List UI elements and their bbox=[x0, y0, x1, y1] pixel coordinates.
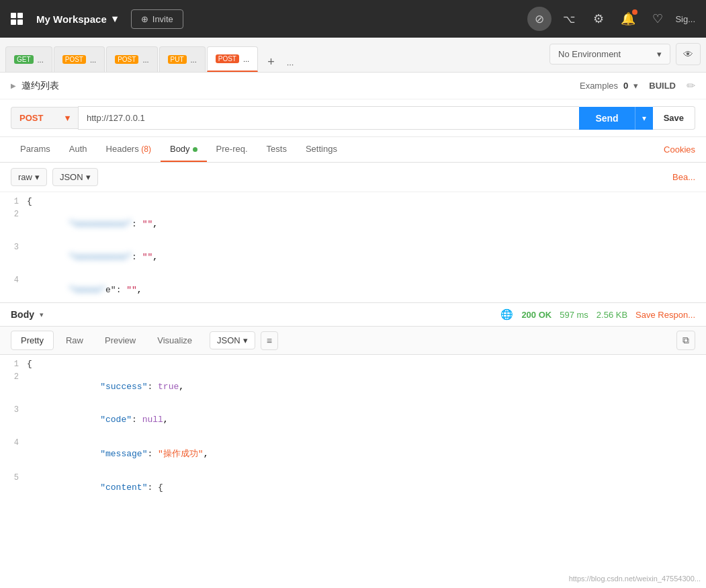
examples-label: Examples bbox=[580, 81, 618, 91]
tab-4-name: ... bbox=[191, 56, 197, 64]
response-body-label: Body bbox=[11, 309, 34, 320]
resp-format-label: JSON bbox=[217, 335, 240, 345]
grid-icon bbox=[11, 13, 23, 25]
tab-4[interactable]: PUT ... bbox=[159, 46, 206, 72]
resp-line-1: 1 { bbox=[0, 358, 706, 370]
breadcrumb-arrow: ▶ bbox=[11, 82, 16, 89]
url-input[interactable] bbox=[78, 106, 579, 130]
env-chevron: ▾ bbox=[657, 49, 662, 59]
request-body-editor[interactable]: 1 { 2 "xxxxxxxxxx": "", 3 "xxxxxxxxxx": … bbox=[0, 192, 706, 303]
gear-icon-button[interactable]: ⚙ bbox=[586, 7, 611, 31]
nav-icons: ⊘ ⌥ ⚙ 🔔 ♡ Sig... bbox=[527, 7, 695, 31]
copy-icon: ⧉ bbox=[682, 335, 689, 345]
tab-2-method-badge: POST bbox=[62, 55, 86, 64]
method-chevron: ▾ bbox=[65, 113, 70, 123]
req-line-2: 2 "xxxxxxxxxx": "", bbox=[0, 208, 706, 241]
tab-3[interactable]: POST ... bbox=[106, 46, 157, 72]
headset-icon: ⌥ bbox=[563, 13, 575, 26]
send-button-group: Send ▾ bbox=[579, 107, 652, 130]
examples-chevron[interactable]: ▾ bbox=[633, 81, 638, 91]
raw-selector[interactable]: raw ▾ bbox=[11, 168, 47, 186]
copy-button[interactable]: ⧉ bbox=[676, 331, 695, 350]
notification-dot bbox=[632, 9, 637, 15]
tab-4-method-badge: PUT bbox=[168, 55, 187, 64]
response-body-chevron[interactable]: ▾ bbox=[40, 310, 44, 319]
bell-icon-button[interactable]: 🔔 bbox=[616, 7, 640, 31]
resp-tab-pretty[interactable]: Pretty bbox=[11, 331, 54, 350]
resp-line-4: 4 "message": "操作成功", bbox=[0, 436, 706, 471]
build-button[interactable]: BUILD bbox=[644, 78, 681, 93]
resp-tab-raw[interactable]: Raw bbox=[56, 331, 93, 349]
json-label: JSON bbox=[60, 172, 83, 182]
cookies-link[interactable]: Cookies bbox=[664, 144, 695, 155]
top-navigation: My Workspace ▾ ⊕ Invite ⊘ ⌥ ⚙ 🔔 ♡ Sig... bbox=[0, 0, 706, 38]
tab-2-name: ... bbox=[90, 56, 96, 64]
send-dropdown-button[interactable]: ▾ bbox=[635, 107, 653, 130]
sign-label: Sig... bbox=[675, 14, 695, 24]
tab-auth[interactable]: Auth bbox=[60, 137, 97, 162]
workspace-button[interactable]: My Workspace ▾ bbox=[31, 9, 123, 29]
json-format-selector[interactable]: JSON ▾ bbox=[52, 168, 98, 186]
invite-icon: ⊕ bbox=[141, 14, 148, 24]
request-tabs: Params Auth Headers (8) Body Pre-req. Te… bbox=[0, 137, 706, 163]
method-selector[interactable]: POST ▾ bbox=[11, 107, 78, 129]
tab-params[interactable]: Params bbox=[11, 137, 60, 162]
tab-3-method-badge: POST bbox=[115, 55, 138, 64]
response-time: 597 ms bbox=[560, 310, 588, 320]
save-button[interactable]: Save bbox=[653, 106, 695, 130]
beautify-link[interactable]: Bea... bbox=[672, 172, 695, 182]
tab-1-name: ... bbox=[38, 56, 44, 64]
more-tabs-button[interactable]: ··· bbox=[281, 56, 300, 72]
send-button[interactable]: Send bbox=[579, 107, 634, 130]
globe-icon: 🌐 bbox=[500, 308, 513, 321]
tab-1-method-badge: GET bbox=[14, 55, 34, 64]
tab-body[interactable]: Body bbox=[161, 137, 207, 162]
response-status: 200 OK bbox=[521, 310, 551, 320]
resp-line-5: 5 "content": { bbox=[0, 471, 706, 504]
tab-headers[interactable]: Headers (8) bbox=[97, 137, 161, 162]
invite-label: Invite bbox=[152, 14, 173, 24]
req-line-1: 1 { bbox=[0, 195, 706, 208]
resp-tab-visualize[interactable]: Visualize bbox=[148, 331, 202, 349]
add-tab-button[interactable]: + bbox=[262, 52, 280, 72]
edit-icon-button[interactable]: ✏ bbox=[687, 79, 695, 92]
response-size: 2.56 KB bbox=[597, 310, 627, 320]
eye-icon: 👁 bbox=[683, 48, 693, 60]
save-response-button[interactable]: Save Respon... bbox=[635, 310, 695, 320]
word-wrap-button[interactable]: ≡ bbox=[261, 331, 278, 350]
environment-selector[interactable]: No Environment ▾ bbox=[549, 44, 670, 65]
resp-line-3: 3 "code": null, bbox=[0, 403, 706, 436]
tab-1[interactable]: GET ... bbox=[5, 46, 52, 72]
resp-format-selector[interactable]: JSON ▾ bbox=[210, 331, 255, 349]
no-sync-icon-button[interactable]: ⊘ bbox=[527, 7, 551, 31]
method-url-row: POST ▾ Send ▾ Save bbox=[0, 99, 706, 137]
main-area: No Environment ▾ 👁 GET ... POST ... POST… bbox=[0, 38, 706, 588]
env-eye-button[interactable]: 👁 bbox=[676, 43, 701, 65]
tab-5-method-badge: POST bbox=[216, 54, 239, 63]
sign-button[interactable]: Sig... bbox=[675, 14, 695, 24]
heart-icon: ♡ bbox=[652, 11, 663, 26]
tab-3-name: ... bbox=[142, 56, 148, 64]
req-line-4: 4 "xxxxx"e": "", bbox=[0, 274, 706, 303]
headset-icon-button[interactable]: ⌥ bbox=[557, 7, 581, 31]
tab-5-name: ... bbox=[243, 55, 249, 63]
response-meta: 🌐 200 OK 597 ms 2.56 KB Save Respon... bbox=[500, 308, 695, 321]
tab-prereq[interactable]: Pre-req. bbox=[207, 137, 257, 162]
examples-count: 0 bbox=[623, 81, 628, 91]
resp-line-2: 2 "success": true, bbox=[0, 370, 706, 403]
no-sync-icon: ⊘ bbox=[535, 12, 544, 26]
examples-group: Examples 0 ▾ BUILD ✏ bbox=[580, 78, 695, 93]
tab-tests[interactable]: Tests bbox=[257, 137, 296, 162]
json-chevron: ▾ bbox=[86, 172, 91, 182]
req-line-3: 3 "xxxxxxxxxx": "", bbox=[0, 241, 706, 274]
resp-tab-preview[interactable]: Preview bbox=[95, 331, 145, 349]
tab-2[interactable]: POST ... bbox=[54, 46, 105, 72]
workspace-label: My Workspace bbox=[36, 13, 107, 25]
invite-button[interactable]: ⊕ Invite bbox=[131, 9, 183, 29]
heart-icon-button[interactable]: ♡ bbox=[646, 7, 670, 31]
env-label: No Environment bbox=[558, 49, 621, 59]
response-header: Body ▾ 🌐 200 OK 597 ms 2.56 KB Save Resp… bbox=[0, 303, 706, 327]
tab-settings[interactable]: Settings bbox=[296, 137, 347, 162]
breadcrumb-title: 邀约列表 bbox=[21, 80, 59, 92]
tab-5-active[interactable]: POST ... bbox=[207, 46, 258, 72]
